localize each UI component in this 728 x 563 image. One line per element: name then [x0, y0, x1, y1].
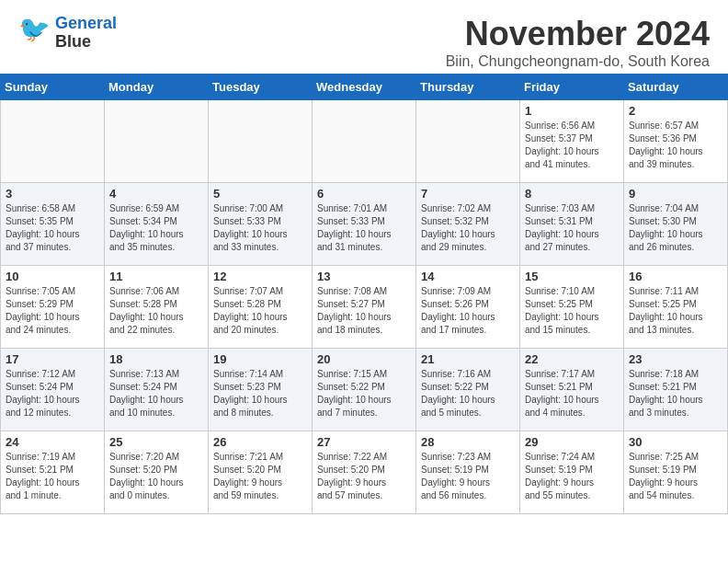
- week-row: 1Sunrise: 6:56 AM Sunset: 5:37 PM Daylig…: [1, 100, 728, 183]
- day-cell: 20Sunrise: 7:15 AM Sunset: 5:22 PM Dayli…: [313, 349, 416, 431]
- day-info: Sunrise: 6:56 AM Sunset: 5:37 PM Dayligh…: [525, 120, 619, 171]
- day-number: 13: [317, 270, 411, 283]
- logo: 🐦 GeneralBlue: [18, 15, 117, 52]
- day-number: 30: [629, 435, 722, 449]
- day-info: Sunrise: 7:07 AM Sunset: 5:28 PM Dayligh…: [213, 285, 307, 337]
- week-row: 10Sunrise: 7:05 AM Sunset: 5:29 PM Dayli…: [1, 266, 728, 349]
- logo-icon: 🐦: [18, 19, 51, 47]
- day-cell: 22Sunrise: 7:17 AM Sunset: 5:21 PM Dayli…: [520, 349, 624, 431]
- day-cell: 17Sunrise: 7:12 AM Sunset: 5:24 PM Dayli…: [1, 349, 105, 431]
- day-info: Sunrise: 7:08 AM Sunset: 5:27 PM Dayligh…: [317, 285, 411, 337]
- week-row: 17Sunrise: 7:12 AM Sunset: 5:24 PM Dayli…: [1, 349, 728, 431]
- week-row: 24Sunrise: 7:19 AM Sunset: 5:21 PM Dayli…: [1, 431, 728, 514]
- day-cell: 4Sunrise: 6:59 AM Sunset: 5:34 PM Daylig…: [105, 183, 209, 266]
- day-info: Sunrise: 7:05 AM Sunset: 5:29 PM Dayligh…: [6, 285, 99, 337]
- day-info: Sunrise: 6:58 AM Sunset: 5:35 PM Dayligh…: [6, 202, 99, 254]
- day-number: 6: [317, 187, 411, 201]
- day-cell: 3Sunrise: 6:58 AM Sunset: 5:35 PM Daylig…: [1, 183, 105, 266]
- day-info: Sunrise: 7:06 AM Sunset: 5:28 PM Dayligh…: [109, 285, 203, 337]
- day-info: Sunrise: 7:03 AM Sunset: 5:31 PM Dayligh…: [525, 202, 619, 254]
- day-number: 8: [525, 187, 619, 201]
- day-cell: 15Sunrise: 7:10 AM Sunset: 5:25 PM Dayli…: [520, 266, 624, 349]
- page-header: 🐦 GeneralBlue November 2024 Biin, Chungc…: [0, 0, 728, 74]
- day-number: 23: [629, 352, 722, 366]
- day-number: 19: [213, 352, 307, 366]
- day-cell: 12Sunrise: 7:07 AM Sunset: 5:28 PM Dayli…: [209, 266, 313, 349]
- day-number: 16: [629, 270, 722, 283]
- day-cell: 25Sunrise: 7:20 AM Sunset: 5:20 PM Dayli…: [105, 431, 209, 514]
- weekday-header: Sunday: [1, 75, 105, 100]
- day-number: 29: [525, 435, 619, 449]
- title-block: November 2024 Biin, Chungcheongnam-do, S…: [446, 15, 710, 70]
- day-number: 20: [317, 352, 411, 366]
- day-number: 26: [213, 435, 307, 449]
- day-number: 27: [317, 435, 411, 449]
- day-info: Sunrise: 7:13 AM Sunset: 5:24 PM Dayligh…: [109, 368, 203, 419]
- day-cell: 21Sunrise: 7:16 AM Sunset: 5:22 PM Dayli…: [416, 349, 520, 431]
- day-cell: 27Sunrise: 7:22 AM Sunset: 5:20 PM Dayli…: [313, 431, 416, 514]
- day-cell: 23Sunrise: 7:18 AM Sunset: 5:21 PM Dayli…: [624, 349, 728, 431]
- day-info: Sunrise: 7:22 AM Sunset: 5:20 PM Dayligh…: [317, 451, 411, 502]
- day-info: Sunrise: 7:25 AM Sunset: 5:19 PM Dayligh…: [629, 451, 722, 502]
- day-number: 21: [421, 352, 515, 366]
- day-cell: 13Sunrise: 7:08 AM Sunset: 5:27 PM Dayli…: [313, 266, 416, 349]
- day-cell: 28Sunrise: 7:23 AM Sunset: 5:19 PM Dayli…: [416, 431, 520, 514]
- day-info: Sunrise: 7:18 AM Sunset: 5:21 PM Dayligh…: [629, 368, 722, 419]
- day-cell: 8Sunrise: 7:03 AM Sunset: 5:31 PM Daylig…: [520, 183, 624, 266]
- day-number: 9: [629, 187, 722, 201]
- day-info: Sunrise: 7:23 AM Sunset: 5:19 PM Dayligh…: [421, 451, 515, 502]
- day-number: 15: [525, 270, 619, 283]
- day-cell: 11Sunrise: 7:06 AM Sunset: 5:28 PM Dayli…: [105, 266, 209, 349]
- day-number: 11: [109, 270, 203, 283]
- empty-day-cell: [1, 100, 105, 183]
- weekday-header: Wednesday: [313, 75, 416, 100]
- day-info: Sunrise: 7:12 AM Sunset: 5:24 PM Dayligh…: [6, 368, 99, 419]
- day-info: Sunrise: 6:57 AM Sunset: 5:36 PM Dayligh…: [629, 120, 722, 171]
- month-title: November 2024: [446, 15, 710, 53]
- day-info: Sunrise: 7:10 AM Sunset: 5:25 PM Dayligh…: [525, 285, 619, 337]
- calendar-table: SundayMondayTuesdayWednesdayThursdayFrid…: [0, 74, 728, 514]
- day-number: 18: [109, 352, 203, 366]
- day-cell: 2Sunrise: 6:57 AM Sunset: 5:36 PM Daylig…: [624, 100, 728, 183]
- day-number: 12: [213, 270, 307, 283]
- svg-text:🐦: 🐦: [18, 19, 51, 44]
- day-info: Sunrise: 7:11 AM Sunset: 5:25 PM Dayligh…: [629, 285, 722, 337]
- day-info: Sunrise: 6:59 AM Sunset: 5:34 PM Dayligh…: [109, 202, 203, 254]
- day-info: Sunrise: 7:19 AM Sunset: 5:21 PM Dayligh…: [6, 451, 99, 502]
- day-cell: 24Sunrise: 7:19 AM Sunset: 5:21 PM Dayli…: [1, 431, 105, 514]
- day-cell: 16Sunrise: 7:11 AM Sunset: 5:25 PM Dayli…: [624, 266, 728, 349]
- day-cell: 6Sunrise: 7:01 AM Sunset: 5:33 PM Daylig…: [313, 183, 416, 266]
- day-cell: 29Sunrise: 7:24 AM Sunset: 5:19 PM Dayli…: [520, 431, 624, 514]
- day-cell: 5Sunrise: 7:00 AM Sunset: 5:33 PM Daylig…: [209, 183, 313, 266]
- day-number: 22: [525, 352, 619, 366]
- empty-day-cell: [313, 100, 416, 183]
- day-number: 1: [525, 104, 619, 118]
- logo-text: GeneralBlue: [55, 15, 117, 52]
- day-info: Sunrise: 7:01 AM Sunset: 5:33 PM Dayligh…: [317, 202, 411, 254]
- day-info: Sunrise: 7:21 AM Sunset: 5:20 PM Dayligh…: [213, 451, 307, 502]
- day-info: Sunrise: 7:16 AM Sunset: 5:22 PM Dayligh…: [421, 368, 515, 419]
- day-number: 2: [629, 104, 722, 118]
- week-row: 3Sunrise: 6:58 AM Sunset: 5:35 PM Daylig…: [1, 183, 728, 266]
- day-info: Sunrise: 7:14 AM Sunset: 5:23 PM Dayligh…: [213, 368, 307, 419]
- day-cell: 9Sunrise: 7:04 AM Sunset: 5:30 PM Daylig…: [624, 183, 728, 266]
- day-number: 14: [421, 270, 515, 283]
- weekday-header: Thursday: [416, 75, 520, 100]
- weekday-header: Friday: [520, 75, 624, 100]
- day-info: Sunrise: 7:20 AM Sunset: 5:20 PM Dayligh…: [109, 451, 203, 502]
- day-cell: 14Sunrise: 7:09 AM Sunset: 5:26 PM Dayli…: [416, 266, 520, 349]
- day-cell: 30Sunrise: 7:25 AM Sunset: 5:19 PM Dayli…: [624, 431, 728, 514]
- day-number: 4: [109, 187, 203, 201]
- empty-day-cell: [416, 100, 520, 183]
- day-number: 28: [421, 435, 515, 449]
- day-info: Sunrise: 7:04 AM Sunset: 5:30 PM Dayligh…: [629, 202, 722, 254]
- day-number: 24: [6, 435, 99, 449]
- day-cell: 7Sunrise: 7:02 AM Sunset: 5:32 PM Daylig…: [416, 183, 520, 266]
- day-cell: 1Sunrise: 6:56 AM Sunset: 5:37 PM Daylig…: [520, 100, 624, 183]
- day-info: Sunrise: 7:15 AM Sunset: 5:22 PM Dayligh…: [317, 368, 411, 419]
- weekday-header: Tuesday: [209, 75, 313, 100]
- day-cell: 18Sunrise: 7:13 AM Sunset: 5:24 PM Dayli…: [105, 349, 209, 431]
- empty-day-cell: [209, 100, 313, 183]
- day-number: 17: [6, 352, 99, 366]
- day-number: 25: [109, 435, 203, 449]
